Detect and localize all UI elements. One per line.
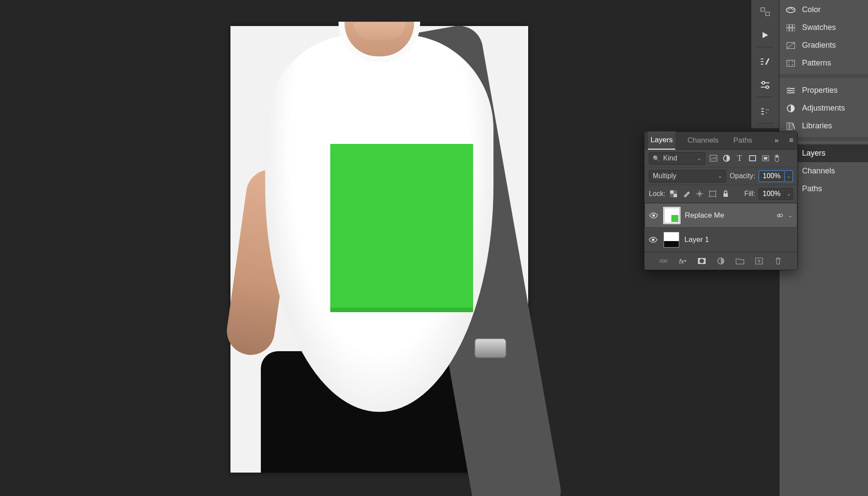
layer-name[interactable]: Replace Me xyxy=(685,211,724,220)
svg-rect-43 xyxy=(674,190,677,194)
adjustments-icon xyxy=(786,104,796,113)
svg-rect-15 xyxy=(789,28,792,31)
dock-btn-paragraph[interactable] xyxy=(751,100,779,123)
layer-thumbnail[interactable] xyxy=(664,232,679,248)
filter-toggle-icon[interactable] xyxy=(774,153,780,163)
fill-dropdown[interactable]: ⌄ xyxy=(785,188,793,200)
panel-label: Gradients xyxy=(802,41,836,50)
dock-separator xyxy=(756,47,774,50)
properties-icon xyxy=(786,86,796,95)
lock-transparency-icon[interactable] xyxy=(669,189,678,199)
visibility-toggle[interactable] xyxy=(649,212,659,219)
lock-pixels-icon[interactable] xyxy=(682,189,691,199)
panel-label: Libraries xyxy=(802,121,832,131)
visibility-toggle[interactable] xyxy=(649,237,658,243)
filter-kind-select[interactable]: 🔍 Kind ⌄ xyxy=(649,152,705,165)
panel-patterns[interactable]: Patterns xyxy=(779,54,868,72)
layers-panel-tabs: Layers Channels Paths » ≡ xyxy=(644,132,797,150)
layer-row[interactable]: Layer 1 xyxy=(644,228,797,252)
svg-point-49 xyxy=(652,238,654,241)
panel-label: Paths xyxy=(802,184,822,193)
panel-properties[interactable]: Properties xyxy=(779,82,868,99)
svg-rect-46 xyxy=(723,193,728,197)
tab-layers[interactable]: Layers xyxy=(648,131,675,150)
svg-rect-13 xyxy=(792,24,795,27)
svg-point-3 xyxy=(766,86,769,88)
svg-point-9 xyxy=(791,8,792,9)
lock-artboard-icon[interactable] xyxy=(708,189,717,199)
layer-thumbnail[interactable] xyxy=(664,208,680,223)
panel-label: Layers xyxy=(802,149,825,158)
swatches-icon xyxy=(786,23,796,32)
photo-watch xyxy=(474,338,506,358)
smart-object-link-icon[interactable] xyxy=(777,212,785,219)
svg-point-24 xyxy=(792,90,793,91)
svg-rect-12 xyxy=(789,24,792,27)
lock-position-icon[interactable] xyxy=(695,189,704,199)
svg-rect-38 xyxy=(764,157,767,160)
fill-label: Fill: xyxy=(744,190,755,198)
blend-mode-value: Multiply xyxy=(653,172,676,180)
new-layer-icon[interactable] xyxy=(754,256,764,266)
add-mask-icon[interactable] xyxy=(697,256,707,266)
dock-separator-2 xyxy=(756,97,774,100)
svg-point-8 xyxy=(789,8,790,10)
svg-point-22 xyxy=(792,64,793,65)
panel-label: Properties xyxy=(802,86,838,95)
svg-rect-51 xyxy=(665,260,667,262)
panel-label: Channels xyxy=(802,166,835,176)
lock-fill-row: Lock: Fill: 100% ⌄ xyxy=(644,185,797,203)
dock-btn-brush-settings[interactable] xyxy=(751,50,779,73)
svg-point-48 xyxy=(777,214,780,217)
svg-rect-28 xyxy=(790,123,792,130)
dock-btn-adjust[interactable] xyxy=(751,73,779,97)
adjustment-layer-icon[interactable] xyxy=(716,256,726,266)
svg-rect-11 xyxy=(786,24,789,27)
filter-shape-icon[interactable] xyxy=(748,153,757,163)
svg-rect-50 xyxy=(660,260,662,262)
document-canvas[interactable] xyxy=(230,26,528,473)
svg-point-40 xyxy=(776,156,778,158)
blend-mode-select[interactable]: Multiply ⌄ xyxy=(649,170,726,183)
filter-type-icon[interactable]: T xyxy=(735,153,744,163)
layer-name[interactable]: Layer 1 xyxy=(684,235,709,244)
panel-label: Color xyxy=(802,5,821,14)
collapse-icon[interactable]: » xyxy=(774,136,779,145)
chevron-down-icon[interactable]: ⌄ xyxy=(788,212,792,219)
svg-point-47 xyxy=(652,214,655,217)
delete-layer-icon[interactable] xyxy=(773,256,783,266)
svg-point-20 xyxy=(792,62,793,62)
svg-rect-42 xyxy=(674,194,677,197)
layer-list: Replace Me ⌄ Layer 1 xyxy=(644,203,797,252)
panel-swatches[interactable]: Swatches xyxy=(779,19,868,36)
fx-icon[interactable]: fx▾ xyxy=(678,256,687,266)
smart-object-placeholder[interactable] xyxy=(330,144,473,312)
panel-menu-icon[interactable]: ≡ xyxy=(789,136,794,145)
link-layers-icon[interactable] xyxy=(659,256,668,266)
chevron-down-icon: ⌄ xyxy=(697,155,701,161)
svg-rect-27 xyxy=(787,123,789,130)
tab-channels[interactable]: Channels xyxy=(685,132,721,149)
opacity-dropdown[interactable]: ⌄ xyxy=(785,170,793,182)
layers-panel: Layers Channels Paths » ≡ 🔍 Kind ⌄ T Mul… xyxy=(644,131,798,270)
panel-gradients[interactable]: Gradients xyxy=(779,36,868,54)
tab-paths[interactable]: Paths xyxy=(731,132,755,149)
filter-pixel-icon[interactable] xyxy=(709,153,718,163)
lock-all-icon[interactable] xyxy=(721,189,730,199)
new-group-icon[interactable] xyxy=(735,256,745,266)
panel-adjustments[interactable]: Adjustments xyxy=(779,99,868,117)
dock-btn-play[interactable] xyxy=(751,23,779,47)
svg-rect-34 xyxy=(710,155,717,161)
filter-adjust-icon[interactable] xyxy=(722,153,731,163)
svg-rect-36 xyxy=(750,156,756,161)
filter-smart-icon[interactable] xyxy=(761,153,770,163)
svg-rect-44 xyxy=(670,194,674,197)
chevron-down-icon: ⌄ xyxy=(718,173,722,179)
panel-color[interactable]: Color xyxy=(779,1,868,19)
svg-point-19 xyxy=(789,62,789,62)
svg-point-5 xyxy=(768,109,769,110)
fill-input[interactable]: 100% xyxy=(759,188,785,200)
dock-btn-1[interactable] xyxy=(751,0,779,23)
opacity-input[interactable]: 100% xyxy=(759,170,785,182)
layer-row[interactable]: Replace Me ⌄ xyxy=(644,203,797,228)
